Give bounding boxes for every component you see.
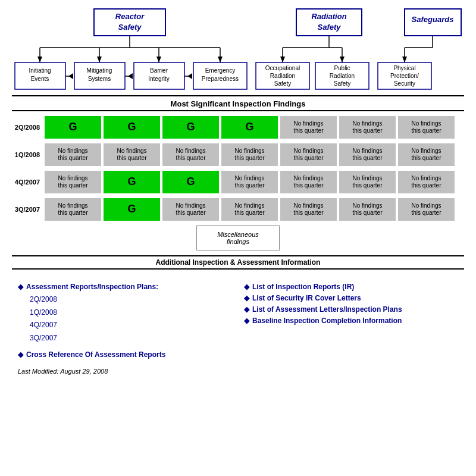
cell-4q2007-4[interactable]: No findingsthis quarter [221, 171, 278, 193]
svg-text:Preparedness: Preparedness [202, 76, 239, 82]
svg-text:Safety: Safety [317, 23, 341, 32]
svg-text:Radiation: Radiation [270, 73, 295, 79]
left-item-1q2008[interactable]: 1Q/2008 [18, 306, 232, 320]
cell-1q2008-3[interactable]: No findingsthis quarter [162, 143, 219, 166]
cell-4q2007-7[interactable]: No findingsthis quarter [398, 171, 455, 193]
cell-1q2008-7[interactable]: No findingsthis quarter [398, 143, 455, 166]
findings-row-1q2008: 1Q/2008 No findingsthis quarter No findi… [12, 143, 464, 166]
cell-3q2007-7[interactable]: No findingsthis quarter [398, 198, 455, 221]
cell-2q2008-1[interactable]: G [45, 116, 101, 139]
top-diagram: Reactor Safety Radiation Safety Safeguar… [12, 6, 464, 95]
diamond-icon-left: ◆ [18, 283, 23, 291]
diamond-icon-r4: ◆ [244, 317, 249, 325]
quarter-label-2q2008: 2Q/2008 [12, 124, 45, 131]
cell-2q2008-5[interactable]: No findingsthis quarter [280, 116, 337, 139]
svg-text:Occupational: Occupational [265, 65, 300, 71]
cell-1q2008-1[interactable]: No findingsthis quarter [45, 143, 101, 166]
svg-text:Physical: Physical [393, 65, 415, 71]
quarter-label-3q2007: 3Q/2007 [12, 206, 45, 213]
svg-text:Systems: Systems [88, 76, 111, 82]
findings-table: 2Q/2008 G G G G No findingsthis quarter … [12, 116, 464, 221]
info-col-left: ◆ Assessment Reports/Inspection Plans: 2… [18, 283, 232, 345]
svg-marker-60 [402, 57, 407, 62]
svg-text:Protection/: Protection/ [390, 73, 419, 79]
cell-2q2008-4[interactable]: G [221, 116, 278, 139]
svg-text:Integrity: Integrity [148, 76, 170, 82]
misc-box[interactable]: Miscellaneous findings [196, 226, 280, 250]
quarter-label-1q2008: 1Q/2008 [12, 151, 45, 158]
svg-marker-49 [218, 57, 223, 62]
diamond-icon-cross: ◆ [18, 350, 23, 359]
svg-text:Security: Security [394, 80, 415, 87]
cell-4q2007-5[interactable]: No findingsthis quarter [280, 171, 337, 193]
svg-marker-54 [280, 57, 285, 62]
cell-4q2007-2[interactable]: G [104, 171, 160, 193]
cell-2q2008-7[interactable]: No findingsthis quarter [398, 116, 455, 139]
right-item-1-label: List of Inspection Reports (IR) [252, 283, 354, 291]
last-modified: Last Modified: August 29, 2008 [18, 368, 464, 375]
cell-3q2007-3[interactable]: No findingsthis quarter [162, 198, 219, 221]
diamond-icon-r1: ◆ [244, 283, 249, 291]
svg-text:Events: Events [31, 76, 49, 82]
left-item-4q2007[interactable]: 4Q/2007 [18, 319, 232, 332]
left-header: ◆ Assessment Reports/Inspection Plans: [18, 283, 232, 291]
svg-marker-44 [97, 57, 102, 62]
cell-3q2007-6[interactable]: No findingsthis quarter [339, 198, 396, 221]
cell-3q2007-2[interactable]: G [104, 198, 160, 221]
left-item-2q2008[interactable]: 2Q/2008 [18, 293, 232, 306]
right-item-3[interactable]: ◆ List of Assessment Letters/Inspection … [244, 305, 458, 314]
cell-2q2008-2[interactable]: G [104, 116, 160, 139]
svg-text:Reactor: Reactor [115, 12, 145, 21]
diamond-icon-r3: ◆ [244, 305, 249, 314]
svg-text:Safeguards: Safeguards [412, 15, 454, 24]
right-item-4-label: Baseline Inspection Completion Informati… [252, 317, 402, 325]
left-item-3q2007[interactable]: 3Q/2007 [18, 332, 232, 345]
svg-text:Initiating: Initiating [29, 67, 51, 74]
additional-section: Additional Inspection & Assessment Infor… [12, 255, 464, 270]
right-item-2-label: List of Security IR Cover Letters [252, 294, 361, 302]
svg-text:Safety: Safety [274, 80, 291, 87]
cell-3q2007-1[interactable]: No findingsthis quarter [45, 198, 101, 221]
cell-1q2008-5[interactable]: No findingsthis quarter [280, 143, 337, 166]
svg-marker-41 [37, 57, 42, 62]
cross-ref-label: Cross Reference Of Assessment Reports [26, 350, 165, 359]
page: Reactor Safety Radiation Safety Safeguar… [0, 0, 476, 381]
cell-2q2008-6[interactable]: No findingsthis quarter [339, 116, 396, 139]
svg-text:Mitigating: Mitigating [87, 67, 112, 74]
info-columns: ◆ Assessment Reports/Inspection Plans: 2… [12, 277, 464, 345]
findings-row-4q2007: 4Q/2007 No findingsthis quarter G G No f… [12, 171, 464, 193]
misc-label: Miscellaneous findings [217, 231, 259, 245]
svg-text:Radiation: Radiation [311, 12, 346, 21]
cell-4q2007-1[interactable]: No findingsthis quarter [45, 171, 101, 193]
diamond-icon-r2: ◆ [244, 294, 249, 302]
svg-text:Radiation: Radiation [330, 73, 355, 79]
right-item-1[interactable]: ◆ List of Inspection Reports (IR) [244, 283, 458, 291]
cross-ref[interactable]: ◆ Cross Reference Of Assessment Reports [18, 350, 464, 359]
cell-3q2007-5[interactable]: No findingsthis quarter [280, 198, 337, 221]
svg-text:Public: Public [334, 65, 350, 71]
cell-1q2008-2[interactable]: No findingsthis quarter [104, 143, 160, 166]
cell-4q2007-6[interactable]: No findingsthis quarter [339, 171, 396, 193]
right-item-4[interactable]: ◆ Baseline Inspection Completion Informa… [244, 317, 458, 325]
findings-divider [12, 95, 464, 96]
cell-2q2008-3[interactable]: G [162, 116, 219, 139]
right-item-3-label: List of Assessment Letters/Inspection Pl… [252, 305, 402, 314]
findings-row-2q2008: 2Q/2008 G G G G No findingsthis quarter … [12, 116, 464, 139]
cell-4q2007-3[interactable]: G [162, 171, 219, 193]
svg-text:Emergency: Emergency [205, 67, 236, 74]
quarter-label-4q2007: 4Q/2007 [12, 178, 45, 186]
cell-1q2008-6[interactable]: No findingsthis quarter [339, 143, 396, 166]
connector-svg: Reactor Safety Radiation Safety Safeguar… [12, 6, 464, 95]
svg-text:Safety: Safety [118, 23, 142, 32]
svg-text:Barrier: Barrier [150, 67, 168, 74]
findings-title: Most Significant Inspection Findings [12, 99, 464, 111]
svg-marker-46 [156, 57, 161, 62]
left-header-label: Assessment Reports/Inspection Plans: [26, 283, 158, 291]
cell-3q2007-4[interactable]: No findingsthis quarter [221, 198, 278, 221]
right-item-2[interactable]: ◆ List of Security IR Cover Letters [244, 294, 458, 302]
cell-1q2008-4[interactable]: No findingsthis quarter [221, 143, 278, 166]
additional-title: Additional Inspection & Assessment Infor… [12, 258, 464, 267]
findings-row-3q2007: 3Q/2007 No findingsthis quarter G No fin… [12, 198, 464, 221]
svg-text:Safety: Safety [334, 80, 350, 87]
svg-marker-56 [340, 57, 345, 62]
